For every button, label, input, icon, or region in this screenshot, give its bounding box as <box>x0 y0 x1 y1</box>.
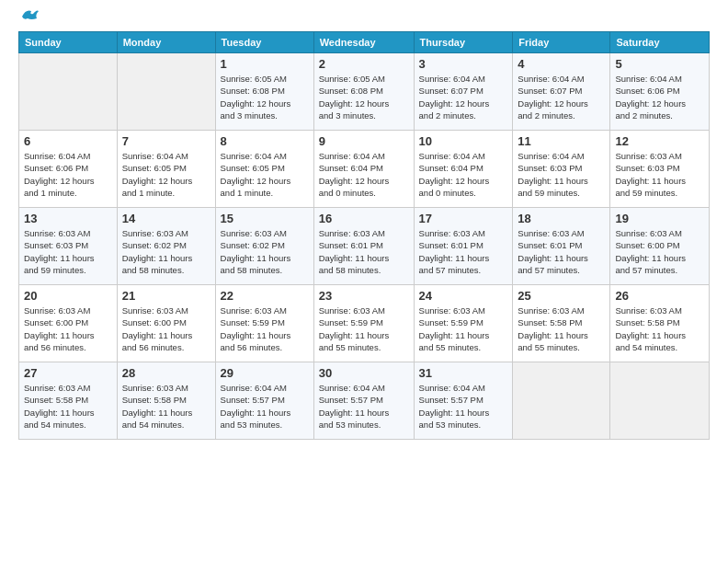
calendar-cell: 5Sunrise: 6:04 AM Sunset: 6:06 PM Daylig… <box>610 53 710 131</box>
day-number: 9 <box>319 134 409 148</box>
day-of-week-header: Tuesday <box>215 32 313 53</box>
day-info: Sunrise: 6:04 AM Sunset: 6:07 PM Dayligh… <box>518 73 605 121</box>
header <box>18 17 710 24</box>
calendar-week-row: 13Sunrise: 6:03 AM Sunset: 6:03 PM Dayli… <box>19 208 710 285</box>
day-number: 17 <box>419 212 508 225</box>
day-info: Sunrise: 6:04 AM Sunset: 5:57 PM Dayligh… <box>221 382 309 431</box>
page: SundayMondayTuesdayWednesdayThursdayFrid… <box>0 0 728 449</box>
calendar-cell: 3Sunrise: 6:04 AM Sunset: 6:07 PM Daylig… <box>414 53 513 131</box>
day-info: Sunrise: 6:04 AM Sunset: 5:57 PM Dayligh… <box>419 382 508 431</box>
day-number: 28 <box>122 366 210 380</box>
calendar-week-row: 6Sunrise: 6:04 AM Sunset: 6:06 PM Daylig… <box>19 131 710 208</box>
day-info: Sunrise: 6:03 AM Sunset: 6:01 PM Dayligh… <box>518 227 605 276</box>
day-info: Sunrise: 6:03 AM Sunset: 6:00 PM Dayligh… <box>24 304 112 353</box>
day-number: 26 <box>615 289 704 303</box>
day-number: 21 <box>122 289 210 303</box>
day-number: 7 <box>122 134 210 148</box>
day-number: 23 <box>319 289 409 303</box>
calendar-cell <box>610 362 710 440</box>
calendar-cell: 2Sunrise: 6:05 AM Sunset: 6:08 PM Daylig… <box>313 53 414 131</box>
calendar-week-row: 1Sunrise: 6:05 AM Sunset: 6:08 PM Daylig… <box>19 53 710 131</box>
calendar-cell: 15Sunrise: 6:03 AM Sunset: 6:02 PM Dayli… <box>215 208 313 285</box>
day-info: Sunrise: 6:03 AM Sunset: 6:03 PM Dayligh… <box>615 150 704 199</box>
calendar-cell: 25Sunrise: 6:03 AM Sunset: 5:58 PM Dayli… <box>513 285 610 362</box>
calendar-cell: 30Sunrise: 6:04 AM Sunset: 5:57 PM Dayli… <box>313 362 414 440</box>
day-number: 25 <box>518 289 605 303</box>
calendar-week-row: 27Sunrise: 6:03 AM Sunset: 5:58 PM Dayli… <box>19 362 710 440</box>
day-info: Sunrise: 6:03 AM Sunset: 5:59 PM Dayligh… <box>221 304 309 353</box>
day-number: 20 <box>24 289 112 303</box>
day-number: 3 <box>419 57 508 71</box>
calendar-cell <box>117 53 215 131</box>
day-of-week-header: Saturday <box>610 32 710 53</box>
calendar-cell: 13Sunrise: 6:03 AM Sunset: 6:03 PM Dayli… <box>19 208 118 285</box>
calendar-cell: 10Sunrise: 6:04 AM Sunset: 6:04 PM Dayli… <box>414 131 513 208</box>
calendar-cell <box>19 53 118 131</box>
day-number: 1 <box>221 57 309 71</box>
calendar-cell: 1Sunrise: 6:05 AM Sunset: 6:08 PM Daylig… <box>215 53 313 131</box>
day-info: Sunrise: 6:04 AM Sunset: 6:04 PM Dayligh… <box>319 150 409 199</box>
calendar-cell: 20Sunrise: 6:03 AM Sunset: 6:00 PM Dayli… <box>19 285 118 362</box>
calendar-header-row: SundayMondayTuesdayWednesdayThursdayFrid… <box>19 32 710 53</box>
day-info: Sunrise: 6:03 AM Sunset: 6:01 PM Dayligh… <box>319 227 409 276</box>
calendar-cell: 11Sunrise: 6:04 AM Sunset: 6:03 PM Dayli… <box>513 131 610 208</box>
calendar-cell: 18Sunrise: 6:03 AM Sunset: 6:01 PM Dayli… <box>513 208 610 285</box>
day-of-week-header: Friday <box>513 32 610 53</box>
calendar-cell <box>513 362 610 440</box>
day-number: 18 <box>518 212 605 225</box>
day-number: 27 <box>24 366 112 380</box>
day-info: Sunrise: 6:04 AM Sunset: 5:57 PM Dayligh… <box>319 382 409 431</box>
calendar-cell: 17Sunrise: 6:03 AM Sunset: 6:01 PM Dayli… <box>414 208 513 285</box>
day-number: 15 <box>221 212 309 225</box>
calendar-cell: 12Sunrise: 6:03 AM Sunset: 6:03 PM Dayli… <box>610 131 710 208</box>
day-info: Sunrise: 6:04 AM Sunset: 6:06 PM Dayligh… <box>24 150 112 199</box>
day-info: Sunrise: 6:04 AM Sunset: 6:06 PM Dayligh… <box>615 73 704 121</box>
day-of-week-header: Wednesday <box>313 32 414 53</box>
day-number: 4 <box>518 57 605 71</box>
calendar-cell: 24Sunrise: 6:03 AM Sunset: 5:59 PM Dayli… <box>414 285 513 362</box>
day-info: Sunrise: 6:03 AM Sunset: 6:02 PM Dayligh… <box>122 227 210 276</box>
calendar-cell: 31Sunrise: 6:04 AM Sunset: 5:57 PM Dayli… <box>414 362 513 440</box>
day-of-week-header: Thursday <box>414 32 513 53</box>
day-number: 6 <box>24 134 112 148</box>
day-number: 11 <box>518 134 605 148</box>
calendar-cell: 26Sunrise: 6:03 AM Sunset: 5:58 PM Dayli… <box>610 285 710 362</box>
day-of-week-header: Monday <box>117 32 215 53</box>
day-number: 5 <box>615 57 704 71</box>
day-info: Sunrise: 6:03 AM Sunset: 5:58 PM Dayligh… <box>518 304 605 353</box>
calendar-cell: 8Sunrise: 6:04 AM Sunset: 6:05 PM Daylig… <box>215 131 313 208</box>
day-number: 12 <box>615 134 704 148</box>
calendar-cell: 16Sunrise: 6:03 AM Sunset: 6:01 PM Dayli… <box>313 208 414 285</box>
day-number: 22 <box>221 289 309 303</box>
day-info: Sunrise: 6:03 AM Sunset: 5:58 PM Dayligh… <box>122 382 210 431</box>
calendar-cell: 29Sunrise: 6:04 AM Sunset: 5:57 PM Dayli… <box>215 362 313 440</box>
day-number: 2 <box>319 57 409 71</box>
day-number: 19 <box>615 212 704 225</box>
day-info: Sunrise: 6:03 AM Sunset: 6:00 PM Dayligh… <box>122 304 210 353</box>
day-number: 30 <box>319 366 409 380</box>
day-number: 24 <box>419 289 508 303</box>
calendar-week-row: 20Sunrise: 6:03 AM Sunset: 6:00 PM Dayli… <box>19 285 710 362</box>
day-info: Sunrise: 6:05 AM Sunset: 6:08 PM Dayligh… <box>319 73 409 121</box>
day-info: Sunrise: 6:03 AM Sunset: 6:01 PM Dayligh… <box>419 227 508 276</box>
calendar-cell: 7Sunrise: 6:04 AM Sunset: 6:05 PM Daylig… <box>117 131 215 208</box>
day-info: Sunrise: 6:03 AM Sunset: 5:59 PM Dayligh… <box>419 304 508 353</box>
calendar-cell: 27Sunrise: 6:03 AM Sunset: 5:58 PM Dayli… <box>19 362 118 440</box>
day-number: 13 <box>24 212 112 225</box>
day-info: Sunrise: 6:05 AM Sunset: 6:08 PM Dayligh… <box>221 73 309 121</box>
day-info: Sunrise: 6:04 AM Sunset: 6:07 PM Dayligh… <box>419 73 508 121</box>
day-info: Sunrise: 6:03 AM Sunset: 5:58 PM Dayligh… <box>24 382 112 431</box>
calendar-cell: 19Sunrise: 6:03 AM Sunset: 6:00 PM Dayli… <box>610 208 710 285</box>
day-of-week-header: Sunday <box>19 32 118 53</box>
day-number: 10 <box>419 134 508 148</box>
day-info: Sunrise: 6:03 AM Sunset: 6:00 PM Dayligh… <box>615 227 704 276</box>
calendar-cell: 21Sunrise: 6:03 AM Sunset: 6:00 PM Dayli… <box>117 285 215 362</box>
day-number: 16 <box>319 212 409 225</box>
calendar-cell: 6Sunrise: 6:04 AM Sunset: 6:06 PM Daylig… <box>19 131 118 208</box>
calendar-cell: 14Sunrise: 6:03 AM Sunset: 6:02 PM Dayli… <box>117 208 215 285</box>
calendar-cell: 4Sunrise: 6:04 AM Sunset: 6:07 PM Daylig… <box>513 53 610 131</box>
day-number: 29 <box>221 366 309 380</box>
calendar-cell: 22Sunrise: 6:03 AM Sunset: 5:59 PM Dayli… <box>215 285 313 362</box>
day-number: 14 <box>122 212 210 225</box>
calendar-table: SundayMondayTuesdayWednesdayThursdayFrid… <box>18 31 710 440</box>
